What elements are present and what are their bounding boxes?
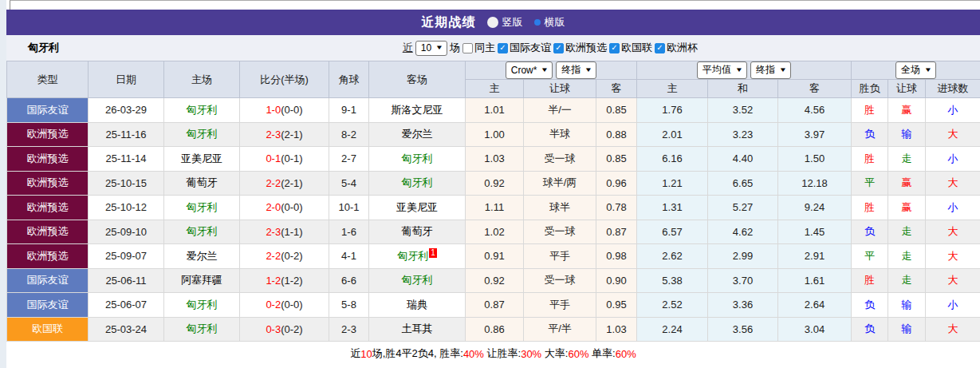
caret-down-icon: ▼ [779,66,787,73]
avg-draw-odds: 4.62 [708,220,778,244]
avg-home-odds: 1.76 [637,98,708,123]
home-team: 匈牙利 [164,98,240,123]
layout-radio-vertical[interactable]: 竖版 [487,15,523,30]
recent-results-panel: 近期战绩 竖版 横版 匈牙利 近 10 ▼ 场 ✓ 同主 ✓ 国际友谊 [6,0,980,366]
avg-away-odds: 9.24 [778,196,852,220]
radio-icon[interactable] [534,19,541,26]
away-team-name: 葡萄牙 [402,225,433,237]
avg-draw-odds: 3.52 [708,98,778,123]
match-type-badge: 欧洲预选 [7,171,89,196]
footer-part: 近 [350,346,360,361]
odds-company-select[interactable]: Crow* ▼ [506,61,553,79]
match-type-badge: 欧洲预选 [7,220,89,244]
checkbox-icon[interactable]: ✓ [655,43,665,53]
result-handicap: 输 [888,293,926,318]
checkbox-icon[interactable]: ✓ [553,43,564,53]
checkbox-icon[interactable]: ✓ [498,43,508,53]
halftime-score: (1-2) [281,275,302,287]
crow-home-odds: 0.91 [466,244,524,269]
away-team: 匈牙利 [369,268,466,293]
score-cell: 2-0(0-0) [240,196,329,220]
result-wdl: 胜 [852,196,888,220]
header-crow-handicap: 让球 [524,80,596,98]
fulltime-score: 2-0 [266,201,281,213]
radio-icon[interactable] [487,17,498,28]
checkbox-euro-qualifier[interactable]: ✓ 欧洲预选 [553,41,607,55]
crow-away-odds: 0.96 [596,171,637,196]
match-row: 欧洲预选 25-11-14 亚美尼亚 0-1(0-1) 2-7 匈牙利 1.03… [7,147,980,172]
checkbox-icon[interactable]: ✓ [462,43,473,53]
euro-time-select[interactable]: 终指 ▼ [750,61,791,79]
fulltime-score: 2-3 [266,226,281,238]
header-corner: 角球 [329,61,369,98]
result-goals: 大 [926,244,980,269]
match-row: 欧洲预选 25-10-15 葡萄牙 2-2(2-1) 5-4 匈牙利 0.92 … [7,171,980,196]
checkbox-same-home[interactable]: ✓ 同主 [462,41,495,55]
result-handicap: 走 [888,244,926,269]
result-handicap: 输 [888,122,926,147]
result-goals: 大 [926,220,980,244]
away-team-name: 瑞典 [407,299,427,311]
away-team-name: 匈牙利 [402,176,433,188]
corner-score: 1-6 [329,220,369,244]
away-team: 亚美尼亚 [369,196,466,220]
away-team-name: 土耳其 [402,322,433,334]
euro-source-value: 平均值 [703,63,731,77]
scope-select[interactable]: 全场 ▼ [895,61,936,79]
halftime-score: (0-1) [281,152,302,164]
caret-down-icon: ▼ [735,66,743,73]
checkbox-intl-friendly[interactable]: ✓ 国际友谊 [498,41,551,55]
avg-home-odds: 2.01 [637,122,708,147]
avg-draw-odds: 4.40 [708,147,778,172]
header-handicap-result: 让球 [888,80,926,98]
crow-handicap-line: 受一球 [524,147,596,172]
crow-away-odds: 0.90 [596,268,637,293]
rank-badge: 1 [429,248,437,258]
avg-away-odds: 2.64 [778,293,852,318]
corner-score: 5-4 [329,171,369,196]
fulltime-score: 0-3 [266,323,281,335]
header-wdl: 胜负 [852,80,888,98]
crow-home-odds: 1.11 [466,196,524,220]
check-icon: ✓ [656,44,663,52]
score-cell: 1-0(0-0) [240,98,329,123]
match-row: 国际友谊 25-06-07 匈牙利 0-2(0-0) 5-8 瑞典 0.87 平… [7,293,980,318]
header-away: 客场 [369,61,466,98]
match-type-badge: 欧洲预选 [7,122,89,147]
match-row: 国际友谊 25-06-11 阿塞拜疆 1-2(1-2) 6-6 匈牙利 0.92… [7,268,980,293]
away-team: 土耳其 [369,317,466,342]
result-handicap: 赢 [888,196,926,220]
checkbox-euro-cup[interactable]: ✓ 欧洲杯 [655,41,698,55]
near-link[interactable]: 近 [403,41,413,55]
odds-time-select[interactable]: 终指 ▼ [556,61,596,79]
result-handicap: 赢 [888,98,926,123]
avg-home-odds: 6.16 [637,147,708,172]
header-avg-draw: 和 [708,80,778,98]
crow-away-odds: 0.88 [596,122,637,147]
corner-score: 10-1 [329,196,369,220]
match-count-select[interactable]: 10 ▼ [415,41,447,56]
crow-home-odds: 0.87 [466,293,524,318]
checkbox-nations-league[interactable]: ✓ 欧国联 [609,41,652,55]
result-handicap: 走 [888,220,926,244]
result-goals: 小 [926,293,980,318]
games-label: 场 [450,41,460,55]
footer-part: 10 [360,348,372,360]
halftime-score: (0-0) [281,299,302,311]
checkbox-icon[interactable]: ✓ [609,43,620,53]
layout-radio-horizontal[interactable]: 横版 [534,15,565,30]
halftime-score: (2-1) [281,177,302,189]
fulltime-score: 2-2 [266,177,281,189]
match-row: 欧国联 25-03-24 匈牙利 0-3(0-2) 2-3 土耳其 0.86 平… [7,317,980,342]
avg-away-odds: 1.45 [778,220,852,244]
header-crow-away: 客 [596,80,637,98]
fulltime-score: 0-1 [266,152,281,164]
result-goals: 小 [926,196,980,220]
header-score: 比分(半场) [240,61,329,98]
crow-away-odds: 0.85 [596,147,637,172]
crow-away-odds: 1.03 [596,317,637,342]
euro-source-select[interactable]: 平均值 ▼ [697,61,747,79]
away-team: 匈牙利 [369,147,466,172]
filter-bar: 匈牙利 近 10 ▼ 场 ✓ 同主 ✓ 国际友谊 ✓ 欧洲预选 ✓ 欧国联 [6,35,980,61]
scope-select-group: 全场 ▼ [852,61,980,80]
